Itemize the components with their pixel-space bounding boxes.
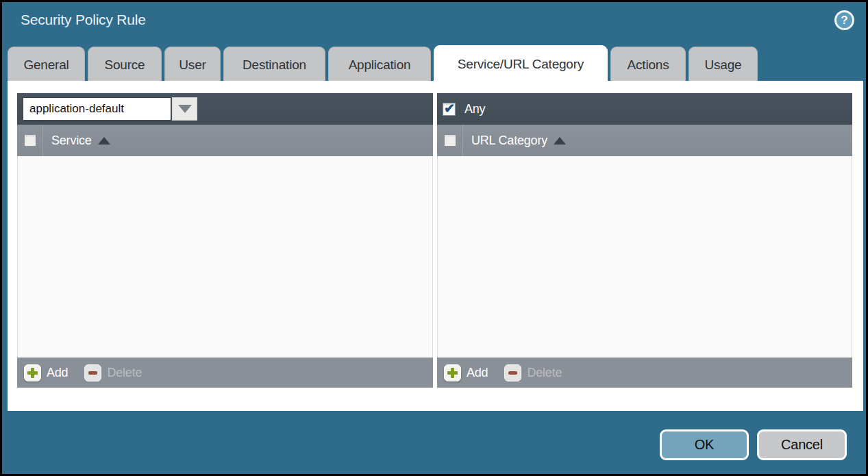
url-category-table-body[interactable] xyxy=(437,156,852,358)
service-footer: Add Delete xyxy=(17,358,433,388)
url-category-panel: Any URL Category Add Delete xyxy=(437,93,852,388)
url-category-column-label: URL Category xyxy=(471,134,547,148)
tab-usage[interactable]: Usage xyxy=(689,47,758,82)
service-panel: application-default Service Add xyxy=(17,93,433,388)
tab-general[interactable]: General xyxy=(8,47,85,82)
service-type-dropdown-button[interactable] xyxy=(172,97,197,121)
service-select-all-checkbox[interactable] xyxy=(24,134,36,147)
tab-user[interactable]: User xyxy=(164,47,221,82)
url-category-table-header: URL Category xyxy=(437,125,852,156)
dialog-title: Security Policy Rule xyxy=(21,12,146,28)
minus-icon xyxy=(504,364,521,381)
tab-source[interactable]: Source xyxy=(88,47,162,82)
url-category-select-all-cell xyxy=(437,125,463,156)
tab-service-url-category[interactable]: Service/URL Category xyxy=(434,45,608,82)
help-icon[interactable]: ? xyxy=(834,10,854,30)
tab-bar: General Source User Destination Applicat… xyxy=(8,45,758,82)
any-label: Any xyxy=(464,102,485,116)
tab-content-area: application-default Service Add xyxy=(8,81,863,411)
sort-ascending-triangle-icon xyxy=(554,137,566,145)
service-table-body[interactable] xyxy=(17,156,433,358)
tab-actions[interactable]: Actions xyxy=(610,47,686,82)
url-category-delete-button[interactable]: Delete xyxy=(504,364,562,381)
service-column-label: Service xyxy=(51,134,92,148)
minus-icon xyxy=(84,364,101,381)
security-policy-rule-dialog: Security Policy Rule ? General Source Us… xyxy=(0,0,868,476)
url-category-add-button[interactable]: Add xyxy=(444,364,488,381)
url-category-footer: Add Delete xyxy=(437,358,852,388)
service-delete-label: Delete xyxy=(107,366,142,380)
url-category-add-label: Add xyxy=(467,366,488,380)
chevron-down-icon xyxy=(178,105,192,113)
plus-icon xyxy=(444,364,461,381)
tab-application[interactable]: Application xyxy=(328,47,431,82)
sort-ascending-triangle-icon xyxy=(98,137,110,145)
url-category-column-header[interactable]: URL Category xyxy=(471,134,566,148)
service-add-button[interactable]: Add xyxy=(24,364,68,381)
service-table-header: Service xyxy=(17,125,433,156)
service-type-dropdown[interactable]: application-default xyxy=(23,97,171,121)
service-toolbar: application-default xyxy=(17,93,433,125)
service-add-label: Add xyxy=(47,366,68,380)
url-category-select-all-checkbox[interactable] xyxy=(444,134,456,147)
tab-destination[interactable]: Destination xyxy=(223,47,325,82)
cancel-button[interactable]: Cancel xyxy=(757,429,847,460)
url-category-toolbar: Any xyxy=(437,93,852,125)
service-delete-button[interactable]: Delete xyxy=(84,364,142,381)
plus-icon xyxy=(24,364,41,381)
service-column-header[interactable]: Service xyxy=(51,134,110,148)
ok-button[interactable]: OK xyxy=(660,429,749,460)
service-select-all-cell xyxy=(17,125,43,156)
any-checkbox[interactable] xyxy=(443,103,456,116)
url-category-delete-label: Delete xyxy=(527,366,562,380)
